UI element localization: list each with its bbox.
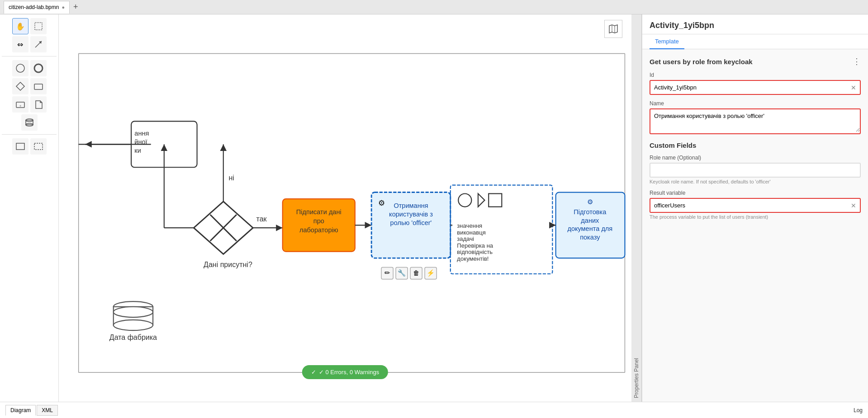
toolbar-row-6 — [2, 114, 57, 131]
svg-text:лабораторію: лабораторію — [299, 226, 338, 234]
tab-diagram[interactable]: Diagram — [5, 405, 36, 416]
tab-filename: citizen-add-lab.bpmn — [9, 4, 59, 10]
properties-panel-side-label[interactable]: Properties Panel — [631, 14, 642, 402]
status-badge: ✓ ✓ 0 Errors, 0 Warnings — [302, 365, 388, 379]
result-variable-input[interactable] — [650, 199, 860, 212]
svg-text:ні: ні — [228, 174, 234, 182]
toolbar-row-5: + — [2, 96, 57, 113]
data-store-button[interactable] — [21, 114, 38, 131]
svg-text:Підготовка: Підготовка — [574, 208, 607, 216]
status-text: ✓ 0 Errors, 0 Warnings — [319, 369, 379, 376]
properties-content[interactable]: Get users by role from keycloak ⋮ Id ✕ N… — [642, 49, 868, 402]
svg-marker-33 — [276, 225, 283, 231]
field-group-role-name: Role name (Optional) Keycloak role name.… — [650, 155, 861, 184]
svg-marker-43 — [365, 222, 372, 229]
section-header: Get users by role from keycloak ⋮ — [650, 56, 861, 66]
properties-panel-title: Activity_1yi5bpn — [650, 21, 861, 30]
svg-text:ки: ки — [134, 147, 141, 154]
name-field-wrap — [650, 108, 861, 134]
tab-xml[interactable]: XML — [37, 405, 58, 416]
select-tool-button[interactable] — [30, 18, 47, 34]
pool-button[interactable] — [12, 138, 28, 155]
result-variable-wrap: ✕ — [650, 198, 861, 213]
canvas-area[interactable]: ання йної ки Дані присутні? ні — [59, 14, 631, 402]
svg-text:так: так — [256, 215, 267, 223]
section-menu-icon[interactable]: ⋮ — [853, 56, 861, 66]
bpmn-diagram: ання йної ки Дані присутні? ні — [59, 14, 631, 402]
hand-tool-button[interactable]: ✋ — [12, 18, 28, 34]
id-field-input[interactable] — [650, 81, 860, 94]
main-container: ✋ ⇔ — [0, 14, 868, 402]
status-check-icon: ✓ — [311, 369, 316, 376]
svg-marker-36 — [220, 144, 227, 151]
section-title: Get users by role from keycloak — [650, 58, 753, 66]
properties-panel: Activity_1yi5bpn Template Get users by r… — [642, 14, 868, 402]
toolbar-divider-1 — [2, 56, 57, 56]
svg-marker-9 — [36, 101, 42, 108]
svg-text:задачі: задачі — [457, 235, 474, 242]
svg-rect-60 — [489, 193, 502, 207]
tab-template[interactable]: Template — [650, 34, 684, 49]
id-field-clear-icon[interactable]: ✕ — [851, 84, 856, 91]
name-field-textarea[interactable] — [650, 109, 860, 132]
tab-close-icon[interactable]: ● — [62, 5, 65, 10]
svg-point-78 — [114, 320, 153, 330]
svg-text:⚙: ⚙ — [587, 198, 593, 206]
toolbar-row-1: ✋ — [2, 18, 57, 34]
svg-text:Перевірка на: Перевірка на — [457, 242, 493, 249]
bottom-tabs: Diagram XML — [5, 405, 58, 416]
svg-rect-6 — [34, 84, 43, 89]
result-variable-clear-icon[interactable]: ✕ — [851, 202, 856, 209]
role-name-input[interactable] — [650, 164, 860, 177]
id-field-wrap: ✕ — [650, 80, 861, 95]
svg-marker-5 — [16, 82, 24, 90]
svg-text:+: + — [19, 104, 21, 108]
toolbar-row-2: ⇔ — [2, 36, 57, 52]
svg-point-58 — [458, 193, 471, 207]
role-name-field-wrap — [650, 163, 861, 178]
field-group-id: Id ✕ — [650, 72, 861, 95]
connect-tool-button[interactable] — [30, 36, 47, 52]
tab-citizen-add-lab[interactable]: citizen-add-lab.bpmn ● — [4, 1, 70, 14]
move-tool-button[interactable]: ⇔ — [12, 36, 28, 52]
properties-panel-header: Activity_1yi5bpn — [642, 14, 868, 34]
svg-text:⚡: ⚡ — [427, 269, 435, 277]
svg-text:✏: ✏ — [384, 269, 390, 277]
svg-text:про: про — [313, 217, 324, 225]
group-button[interactable] — [30, 138, 47, 155]
toolbar-row-3 — [2, 60, 57, 76]
svg-point-79 — [114, 307, 153, 317]
svg-marker-59 — [478, 193, 485, 207]
svg-rect-14 — [34, 143, 43, 150]
svg-rect-38 — [283, 199, 355, 251]
gateway-button[interactable] — [12, 78, 28, 94]
field-group-name: Name — [650, 100, 861, 134]
svg-point-3 — [16, 64, 24, 72]
tab-bar: citizen-add-lab.bpmn ● + — [0, 0, 868, 14]
role-name-label: Role name (Optional) — [650, 155, 861, 161]
svg-text:Підписати дані: Підписати дані — [296, 208, 342, 216]
add-tab-button[interactable]: + — [71, 2, 80, 12]
log-button[interactable]: Log — [854, 407, 863, 413]
svg-text:документів!: документів! — [457, 255, 489, 262]
svg-rect-13 — [16, 143, 24, 150]
properties-tabs: Template — [642, 34, 868, 49]
task-button[interactable] — [30, 78, 47, 94]
toolbar-row-7 — [2, 138, 57, 155]
svg-text:Отримання: Отримання — [394, 202, 428, 210]
result-variable-label: Result variable — [650, 190, 861, 196]
subprocess-button[interactable]: + — [12, 96, 28, 113]
svg-text:ролью 'officer': ролью 'officer' — [390, 219, 432, 226]
data-object-button[interactable] — [30, 96, 47, 113]
toolbar-divider-2 — [2, 134, 57, 135]
svg-rect-0 — [35, 23, 42, 30]
svg-text:ання: ання — [134, 130, 149, 137]
result-variable-hint: The process variable to put the list of … — [650, 214, 861, 220]
svg-text:даних: даних — [581, 217, 599, 224]
start-event-button[interactable] — [12, 60, 28, 76]
svg-text:⚙: ⚙ — [378, 198, 385, 207]
svg-text:🔧: 🔧 — [398, 269, 406, 277]
svg-point-4 — [34, 64, 43, 72]
svg-marker-75 — [549, 222, 556, 229]
end-event-button[interactable] — [30, 60, 47, 76]
